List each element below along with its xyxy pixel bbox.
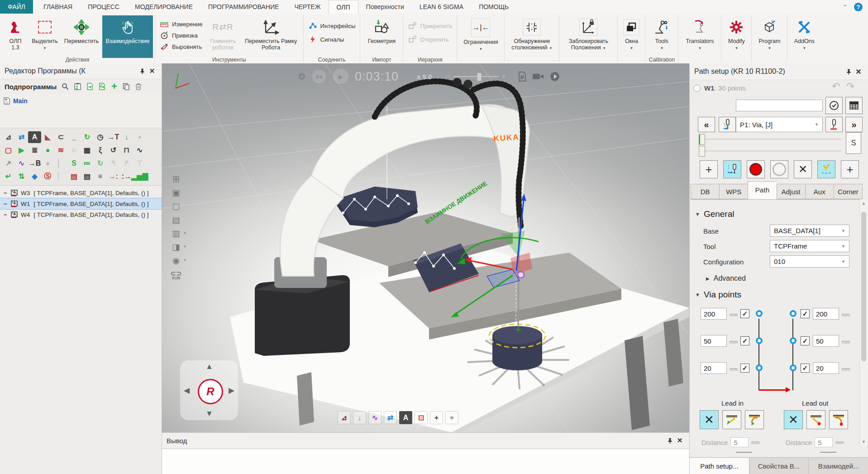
toolbar-icon[interactable]: ξ (94, 144, 107, 156)
validate-points-button[interactable] (817, 160, 835, 178)
add-subprogram-icon[interactable]: + (110, 82, 119, 91)
speed-slider[interactable]: − + (446, 72, 506, 81)
toolbar-icon[interactable]: ◆ (28, 171, 41, 182)
toolbar-icon[interactable]: ⊂ (54, 131, 67, 143)
add-point-after-button[interactable]: + (841, 160, 859, 178)
lead-out-distance-input[interactable] (815, 437, 833, 447)
tcp-point[interactable] (518, 272, 524, 278)
advanced-label[interactable]: Advanced (714, 274, 746, 282)
select-dropdown-caret[interactable]: ▼ (43, 45, 47, 52)
swap-robots-button[interactable]: R⇄R Поменять роботов (205, 15, 241, 55)
retract-distance-input[interactable] (813, 335, 839, 347)
insert-via-button[interactable] (723, 160, 741, 178)
path-slider-1[interactable] (699, 139, 841, 140)
approach-checkbox[interactable]: ✓ (740, 364, 749, 373)
redo-icon[interactable]: ↷ (846, 81, 854, 92)
slider-thumb[interactable] (477, 73, 482, 81)
collision-detection-button[interactable]: Обнаружение столкновений ▼ (506, 15, 557, 55)
record-point-button[interactable] (747, 160, 765, 178)
move-robot-frame-button[interactable]: Переместить Рамку Робота (241, 15, 301, 55)
approach-checkbox[interactable]: ✓ (740, 309, 749, 318)
pin-icon[interactable] (665, 436, 675, 445)
view-tool-icon[interactable]: ◉▼ (169, 254, 183, 267)
pin-icon[interactable] (137, 66, 147, 76)
sub-tool-icon[interactable]: ⊂⊃SUB (169, 271, 183, 280)
translators-button[interactable]: Translators ▼ (680, 15, 719, 55)
viewport-tool-icon[interactable]: ⇄ (384, 411, 397, 424)
collapse-icon[interactable]: − (4, 211, 8, 218)
nav-right-button[interactable]: ▶ (229, 386, 234, 395)
viewport-tool-icon[interactable]: ⊡ (415, 411, 428, 424)
toolbar-icon[interactable]: ⊓ (120, 144, 133, 156)
toolbar-icon[interactable]: ▦ (81, 144, 94, 156)
toolbar-icon[interactable]: ∿ (15, 158, 28, 169)
toolbar-icon[interactable]: ≡ (94, 171, 107, 182)
via-point-dropdown[interactable]: P1: Via, [J]▼ (736, 117, 823, 132)
path-setup-tab[interactable]: Adjust (777, 184, 805, 199)
menu-tab[interactable]: Поверхности (358, 0, 412, 14)
apply-button[interactable] (825, 97, 843, 114)
lead-in-distance-input[interactable] (730, 437, 749, 447)
menu-tab[interactable]: ФАЙЛ (0, 0, 33, 14)
view-tool-icon[interactable]: ◨▼ (169, 240, 183, 254)
modify-button[interactable]: Modify ▼ (723, 15, 749, 55)
toolbar-icon[interactable]: ↵ (2, 171, 15, 182)
path-list-item[interactable]: − W1 [ TCPFrame, BASE_DATA[1], Defaults,… (0, 198, 162, 209)
toolbar-icon[interactable]: ⇅ (15, 171, 28, 182)
path-setup-tab[interactable]: Aux (805, 184, 834, 199)
pin-icon[interactable] (844, 67, 854, 77)
point-radio[interactable] (693, 85, 701, 92)
torch-to-point-button[interactable] (719, 117, 736, 132)
viewport-tool-icon[interactable]: A (399, 411, 412, 424)
panel-bottom-tab[interactable]: Свойства В... (749, 458, 809, 474)
retract-checkbox[interactable]: ✓ (801, 364, 810, 373)
close-icon[interactable]: ✕ (854, 67, 863, 77)
viewport-tool-icon[interactable]: ↓ (353, 411, 366, 424)
toolbar-icon[interactable]: ↺ (107, 144, 120, 156)
toolbar-icon[interactable]: →T (107, 131, 120, 143)
delete-icon[interactable] (134, 82, 143, 91)
toolbar-icon[interactable]: A (28, 131, 41, 143)
nav-home-button[interactable]: R (198, 379, 223, 404)
main-program-item[interactable]: M Main (4, 96, 158, 106)
toolbar-icon[interactable]: →: (107, 171, 120, 182)
toolbar-icon[interactable]: ▤ (81, 171, 94, 182)
3d-viewport[interactable]: KUKA ВЗАИМНОЕ ДВИЖЕНИЕ (162, 63, 689, 432)
toolbar-icon[interactable]: ● (41, 158, 54, 169)
base-dropdown[interactable]: BASE_DATA[1]▼ (770, 225, 849, 237)
attach-button[interactable]: Прикрепить (405, 21, 455, 31)
scrollbar-thumb[interactable] (861, 212, 866, 361)
menu-tab[interactable]: ПРОЦЕСС (80, 0, 127, 14)
constraints-button[interactable]: →|← Ограничения ▼ (459, 15, 502, 55)
lead-out-arc-button[interactable] (829, 410, 848, 429)
slider-minus-icon[interactable]: − (446, 72, 451, 81)
lead-out-line-button[interactable] (806, 410, 825, 429)
menu-tab[interactable]: ЧЕРТЕЖ (286, 0, 328, 14)
retract-checkbox[interactable]: ✓ (801, 309, 810, 318)
settings-gear-icon[interactable]: ⚙ (298, 71, 306, 82)
toolbar-icon[interactable]: ↰ (107, 158, 120, 169)
viewport-tool-icon[interactable]: ⊿ (338, 411, 351, 424)
program-button[interactable]: Program ▼ (754, 15, 785, 55)
skip-start-button[interactable]: ▮◀ (311, 69, 327, 84)
configuration-dropdown[interactable]: 010▼ (770, 255, 849, 268)
collapse-via-points-icon[interactable]: ▼ (695, 292, 700, 297)
lead-in-none-button[interactable]: ✕ (700, 410, 719, 429)
panel-bottom-tab[interactable]: Взаимодей... (809, 458, 868, 474)
scrollbar[interactable]: ▲ ▼ (859, 199, 868, 446)
collapse-ribbon-icon[interactable]: ⌃ (843, 4, 848, 10)
align-button[interactable]: Выровнять (157, 42, 205, 52)
path-setup-tab[interactable]: Path (748, 181, 776, 199)
panel-bottom-tab[interactable]: Path setup... (690, 458, 749, 474)
toolbar-icon[interactable]: ↱ (120, 158, 133, 169)
play-animation-icon[interactable] (549, 71, 560, 82)
toolbar-icon[interactable]: ⊤ (133, 158, 146, 169)
import-program-icon[interactable] (85, 82, 94, 91)
path-list-item[interactable]: − W3 [ TCPFrame, BASE_DATA[1], Defaults,… (0, 187, 162, 198)
expand-advanced-icon[interactable]: ▶ (706, 276, 710, 281)
toolbar-icon[interactable]: ↗ (2, 158, 15, 169)
s-button[interactable]: S (846, 132, 861, 154)
undo-icon[interactable]: ↶ (832, 81, 840, 92)
toolbar-icon[interactable]: ◣ (41, 131, 54, 143)
toolbar-icon[interactable]: ◌ (67, 144, 81, 156)
